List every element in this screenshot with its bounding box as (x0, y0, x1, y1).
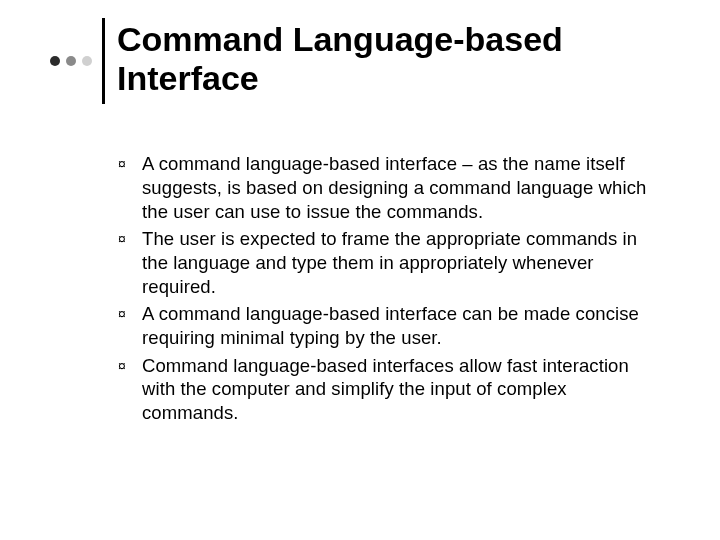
list-item: ¤ Command language-based interfaces allo… (118, 354, 660, 425)
list-item-text: Command language-based interfaces allow … (142, 354, 660, 425)
slide-title: Command Language-based Interface (117, 18, 637, 104)
bullet-icon: ¤ (118, 227, 142, 251)
dot-icon (82, 56, 92, 66)
decorative-dots (50, 56, 92, 66)
list-item-text: A command language-based interface can b… (142, 302, 660, 349)
bullet-icon: ¤ (118, 152, 142, 176)
list-item: ¤ The user is expected to frame the appr… (118, 227, 660, 298)
bullet-icon: ¤ (118, 354, 142, 378)
bullet-icon: ¤ (118, 302, 142, 326)
title-header: Command Language-based Interface (0, 0, 720, 104)
slide-body: ¤ A command language-based interface – a… (0, 152, 720, 424)
list-item-text: A command language-based interface – as … (142, 152, 660, 223)
slide: Command Language-based Interface ¤ A com… (0, 0, 720, 540)
list-item: ¤ A command language-based interface – a… (118, 152, 660, 223)
list-item-text: The user is expected to frame the approp… (142, 227, 660, 298)
dot-icon (66, 56, 76, 66)
list-item: ¤ A command language-based interface can… (118, 302, 660, 349)
dot-icon (50, 56, 60, 66)
title-divider (102, 18, 105, 104)
